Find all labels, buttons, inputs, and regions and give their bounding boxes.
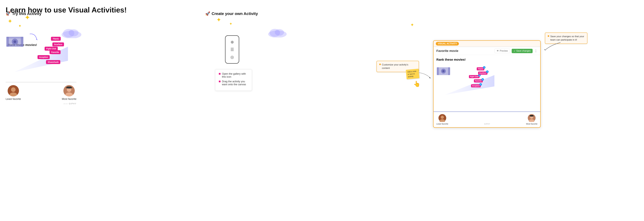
avatar-divider xyxy=(6,82,76,82)
editor-actions: 👁 Preview ✓ Save changes ⋮ xyxy=(494,49,538,53)
editor-activity-title: Favorite movie xyxy=(436,49,458,53)
editor-avatar-right xyxy=(528,114,536,122)
cursor-hand-icon: 👆 xyxy=(413,81,420,87)
svg-point-32 xyxy=(441,116,444,119)
editor-bottom-section: Least favorite GIPHY Most favorite xyxy=(434,112,540,127)
preview-button[interactable]: 👁 Preview xyxy=(494,49,510,53)
tooltip-item-1: Open the gallery with this icon xyxy=(219,72,248,78)
film-reel-icon xyxy=(6,34,24,49)
save-callout-text: Save your changes so that your team can … xyxy=(548,35,584,41)
avatar-section-left: Least favorite Most favorite —— GIPHY xyxy=(6,82,76,101)
sticky-note: Add a note or text to activity xyxy=(406,69,419,79)
svg-marker-23 xyxy=(429,77,431,78)
svg-point-22 xyxy=(275,29,284,36)
movie-tag-scarface: Scarface xyxy=(52,42,64,46)
editor-avatar-least: Least favorite xyxy=(436,114,448,125)
svg-point-13 xyxy=(11,87,16,92)
create-section-label: 🚀 Create your own Activity xyxy=(205,11,284,16)
rocket-emoji-2: 🚀 xyxy=(205,11,210,16)
location-icon: ◎ xyxy=(230,55,234,59)
avatar-row: Least favorite Most favorite xyxy=(6,85,76,101)
create-activity-section: 🚀 Create your own Activity xyxy=(205,11,284,19)
search-icon: ⊕ xyxy=(230,40,234,44)
movie-tag-titanic: Titanic xyxy=(51,37,61,41)
mini-ranking-area: Titanic + Fight Club + Scarface + Favori… xyxy=(436,64,538,95)
check-icon: ✓ xyxy=(514,50,516,52)
layers-icon: ☰ xyxy=(230,47,234,52)
editor-avatar-most: Most favorite xyxy=(526,114,538,125)
avatar-left xyxy=(8,85,19,96)
editor-frame: VISUAL ACTIVITY Favorite movie 👁 Preview… xyxy=(433,40,541,128)
svg-rect-38 xyxy=(530,115,533,116)
svg-rect-11 xyxy=(6,45,23,47)
sparkle-right: ✦ xyxy=(410,23,414,27)
movie-tag-favorite: Favorite xyxy=(50,50,60,54)
mini-tag-fightclub: Fight Club + xyxy=(469,75,480,78)
svg-rect-19 xyxy=(67,87,71,88)
mini-tag-scarface: Scarface + xyxy=(478,72,488,75)
svg-point-7 xyxy=(14,40,16,43)
callout-dot-save xyxy=(548,35,549,37)
eye-icon: 👁 xyxy=(497,50,499,52)
editor-tab-bar: VISUAL ACTIVITY xyxy=(434,41,540,47)
save-callout: Save your changes so that your team can … xyxy=(545,32,588,44)
svg-point-28 xyxy=(442,70,444,72)
callout-dot-1 xyxy=(379,64,381,65)
mini-tag-favorite: Favorite + xyxy=(474,79,483,82)
sparkle-icon: ✦ xyxy=(8,18,12,24)
mini-tag-inception-mini: Inception + xyxy=(471,84,481,87)
editor-avatar-left xyxy=(438,114,446,122)
svg-rect-30 xyxy=(448,67,450,75)
svg-marker-24 xyxy=(544,49,546,51)
tooltip-item-2: Drag the activity you want onto the canv… xyxy=(219,80,248,86)
editor-rank-title: Rank these movies! xyxy=(436,58,538,61)
try-activity-section: 🚀 Try this Activity xyxy=(6,11,79,19)
editor-header: Favorite movie 👁 Preview ✓ Save changes … xyxy=(434,47,540,55)
avatar-most-favorite: Most favorite xyxy=(62,85,76,101)
tooltip-dot-1 xyxy=(219,73,220,75)
svg-rect-29 xyxy=(437,67,439,75)
editor-tab-visual-activity[interactable]: VISUAL ACTIVITY xyxy=(436,42,459,45)
movie-activity: Titanic Fight Club Inception Scarface Fa… xyxy=(6,31,76,76)
sparkle-mid-2: ✦ xyxy=(229,22,232,26)
phone-mockup: ⊕ ☰ ◎ xyxy=(225,35,239,64)
giphy-label-left: —— GIPHY xyxy=(64,103,76,105)
avatar-right xyxy=(64,85,75,96)
movie-tag-shawshank: Shawshank xyxy=(46,60,60,64)
customize-callout-text: Customize your activity's content xyxy=(379,63,416,70)
mini-tag-titanic: Titanic + xyxy=(477,67,484,70)
editor-body: Rank these movies! xyxy=(434,55,540,112)
avatar-least-favorite: Least favorite xyxy=(6,85,21,101)
cloud-decoration-mid xyxy=(268,27,287,37)
sparkle-icon-2: ✦ xyxy=(18,24,21,28)
mini-film-reel xyxy=(436,65,450,77)
svg-rect-10 xyxy=(6,37,23,38)
tooltip-box: Open the gallery with this icon Drag the… xyxy=(215,69,252,91)
movie-tag-inception: Inception xyxy=(38,55,50,59)
giphy-label-editor: GIPHY xyxy=(484,123,490,125)
movie-tag-fightclub: Fight Club xyxy=(44,47,58,51)
rocket-emoji: 🚀 xyxy=(6,11,10,16)
save-button[interactable]: ✓ Save changes xyxy=(512,49,532,53)
more-options-button[interactable]: ⋮ xyxy=(534,49,538,53)
try-section-label: 🚀 Try this Activity xyxy=(6,11,79,16)
tooltip-dot-2 xyxy=(219,81,220,82)
